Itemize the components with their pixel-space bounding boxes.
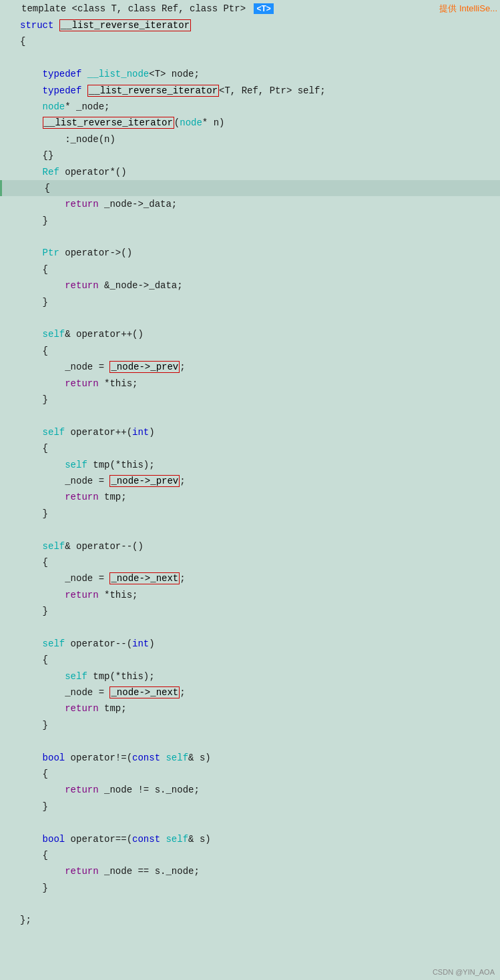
op-postinc-close: } — [0, 506, 500, 522]
code-container: template <class T, class Ref, class Ptr>… — [0, 0, 500, 980]
empty-line-6 — [0, 619, 500, 635]
empty-line-2 — [0, 229, 500, 245]
op-predec-body: _node = _node->_next; — [0, 570, 500, 586]
op-preinc-body: _node = _node->_prev; — [0, 359, 500, 375]
op-predec-open: { — [0, 554, 500, 570]
op-postinc-open: { — [0, 440, 500, 456]
op-postinc-tmp: self tmp(*this); — [0, 457, 500, 473]
intellisense-label: 提供 IntelliSe... — [439, 3, 500, 15]
op-postdec-return: return tmp; — [0, 700, 500, 716]
empty-line-3 — [0, 310, 500, 326]
op-neq-decl: bool operator!=(const self& s) — [0, 750, 500, 766]
op-predec-decl: self& operator--() — [0, 538, 500, 554]
empty-line-8 — [0, 815, 500, 831]
struct-line: struct __list_reverse_iterator — [0, 17, 500, 33]
op-neq-close: } — [0, 799, 500, 815]
node-prev-box-2: _node->_prev — [109, 475, 180, 487]
op-preinc-open: { — [0, 343, 500, 359]
op-postdec-close: } — [0, 717, 500, 733]
op-neq-body: return _node != s._node; — [0, 782, 500, 798]
op-eq-close: } — [0, 880, 500, 896]
op-postdec-open: { — [0, 652, 500, 668]
empty-line-4 — [0, 408, 500, 424]
constructor-line: __list_reverse_iterator(node* n) — [0, 115, 500, 131]
empty-body-line: {} — [0, 147, 500, 163]
op-postinc-return: return tmp; — [0, 489, 500, 505]
op-arrow-close: } — [0, 294, 500, 310]
op-deref-body: return _node->_data; — [0, 196, 500, 212]
op-deref-close: } — [0, 213, 500, 229]
header-text: template <class T, class Ref, class Ptr>… — [0, 3, 276, 14]
empty-line-10 — [0, 929, 500, 945]
op-arrow-open: { — [0, 262, 500, 278]
node-ptr-line: node* _node; — [0, 99, 500, 115]
watermark: CSDN @YIN_AOA — [433, 968, 495, 976]
node-next-box-2: _node->_next — [109, 686, 180, 698]
op-postinc-body: _node = _node->_prev; — [0, 473, 500, 489]
op-preinc-close: } — [0, 392, 500, 408]
empty-line-1 — [0, 50, 500, 66]
op-preinc-decl: self& operator++() — [0, 326, 500, 342]
op-preinc-return: return *this; — [0, 376, 500, 392]
struct-name-box: __list_reverse_iterator — [59, 19, 191, 31]
empty-line-9 — [0, 896, 500, 912]
constructor-name-box: __list_reverse_iterator — [43, 117, 174, 129]
typedef-self-box: __list_reverse_iterator — [87, 85, 219, 97]
op-deref-open: { — [0, 180, 500, 196]
op-neq-open: { — [0, 766, 500, 782]
empty-line-5 — [0, 522, 500, 538]
typedef-node-line: typedef __list_node<T> node; — [0, 66, 500, 82]
node-prev-box-1: _node->_prev — [109, 361, 180, 373]
op-eq-open: { — [0, 847, 500, 863]
op-postdec-tmp: self tmp(*this); — [0, 668, 500, 684]
node-next-box-1: _node->_next — [109, 572, 180, 584]
op-postinc-decl: self operator++(int) — [0, 424, 500, 440]
template-keyword: template — [21, 3, 66, 14]
header-bar: template <class T, class Ref, class Ptr>… — [0, 0, 500, 17]
op-deref-decl: Ref operator*() — [0, 164, 500, 180]
op-arrow-body: return &_node->_data; — [0, 278, 500, 294]
op-predec-close: } — [0, 603, 500, 619]
op-postdec-decl: self operator--(int) — [0, 636, 500, 652]
op-eq-body: return _node == s._node; — [0, 863, 500, 879]
op-postdec-body: _node = _node->_next; — [0, 684, 500, 700]
init-list-line: :_node(n) — [0, 131, 500, 147]
op-predec-return: return *this; — [0, 587, 500, 603]
op-eq-decl: bool operator==(const self& s) — [0, 831, 500, 847]
typedef-self-line: typedef __list_reverse_iterator<T, Ref, … — [0, 83, 500, 99]
open-brace-line: { — [0, 33, 500, 49]
empty-line-7 — [0, 733, 500, 749]
op-arrow-decl: Ptr operator->() — [0, 245, 500, 261]
t-badge: <T> — [254, 3, 273, 14]
closing-brace: }; — [0, 912, 500, 928]
